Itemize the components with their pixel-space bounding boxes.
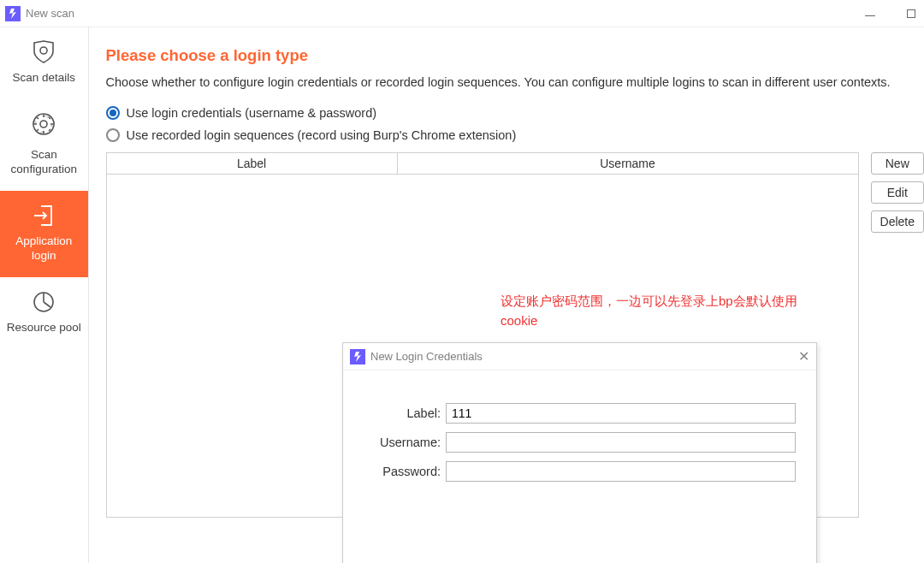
new-login-dialog: New Login Credentials ✕ Label: Username:… (342, 342, 817, 563)
svg-point-0 (40, 47, 47, 54)
username-label: Username: (364, 436, 441, 449)
window-controls (862, 6, 919, 21)
sidebar: Scan details Scan configuration Applicat… (0, 27, 89, 563)
label-label: Label: (364, 406, 441, 420)
radio-icon (106, 128, 120, 142)
annotation-text: 设定账户密码范围，一边可以先登录上bp会默认使用 cookie (500, 292, 924, 330)
th-username[interactable]: Username (398, 153, 858, 174)
dialog-form: Label: Username: Password: (343, 370, 816, 482)
sidebar-item-label: Resource pool (7, 320, 81, 335)
annotation-line2: cookie (500, 313, 537, 328)
minimize-button[interactable] (862, 6, 878, 21)
sidebar-item-label: Scan configuration (3, 147, 85, 177)
radio-use-credentials[interactable]: Use login credentials (username & passwo… (106, 106, 924, 120)
radio-label: Use recorded login sequences (record usi… (127, 128, 517, 142)
page-description: Choose whether to configure login creden… (106, 74, 910, 92)
app-icon (5, 6, 21, 21)
sidebar-item-scan-configuration[interactable]: Scan configuration (0, 99, 88, 191)
table-buttons: New Edit Delete (871, 152, 924, 518)
sidebar-item-application-login[interactable]: Application login (0, 191, 88, 277)
label-input[interactable] (446, 403, 796, 424)
password-input[interactable] (446, 461, 796, 482)
username-input[interactable] (446, 432, 796, 453)
new-button[interactable]: New (871, 152, 924, 175)
table-header: Label Username (107, 153, 858, 175)
dialog-titlebar: New Login Credentials ✕ (343, 343, 816, 370)
dialog-title: New Login Credentials (370, 350, 483, 363)
sidebar-item-scan-details[interactable]: Scan details (0, 27, 88, 99)
window-title: New scan (26, 7, 74, 20)
radio-icon (106, 106, 120, 120)
maximize-button[interactable] (903, 6, 919, 21)
svg-point-1 (40, 121, 47, 127)
radio-label: Use login credentials (username & passwo… (127, 106, 377, 120)
page-heading: Please choose a login type (106, 46, 924, 65)
edit-button[interactable]: Edit (871, 181, 924, 204)
sidebar-item-label: Application login (3, 234, 85, 264)
app-icon (350, 349, 365, 364)
delete-button[interactable]: Delete (871, 210, 924, 233)
password-label: Password: (364, 465, 441, 478)
th-label[interactable]: Label (107, 153, 398, 174)
close-icon[interactable]: ✕ (798, 348, 809, 364)
annotation-line1: 设定账户密码范围，一边可以先登录上bp会默认使用 (500, 293, 797, 308)
titlebar: New scan (0, 0, 924, 27)
sidebar-item-label: Scan details (12, 70, 75, 86)
radio-use-recorded[interactable]: Use recorded login sequences (record usi… (106, 128, 924, 142)
sidebar-item-resource-pool[interactable]: Resource pool (0, 277, 88, 349)
